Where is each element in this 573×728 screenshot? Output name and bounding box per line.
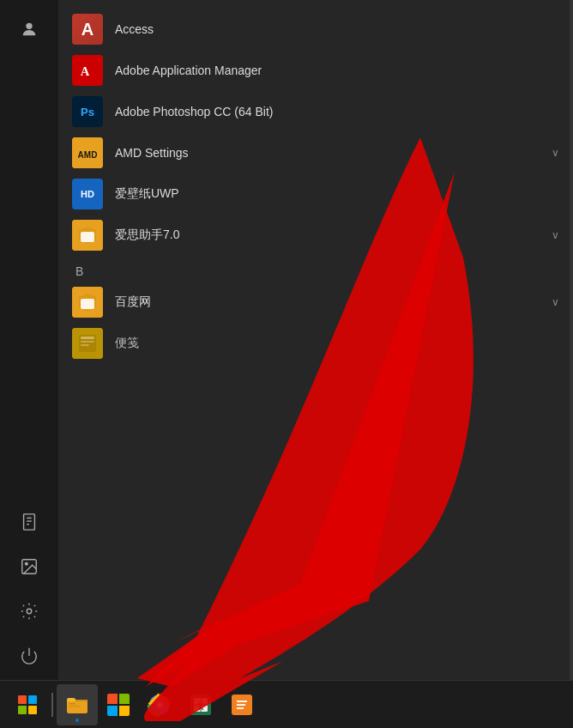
sidebar — [0, 0, 58, 728]
app-list-area: A Access A Adobe Application Manager Ps … — [58, 0, 573, 728]
taskbar-divider — [51, 693, 53, 717]
section-header-b: B — [58, 256, 573, 282]
svg-rect-1 — [24, 514, 35, 530]
app-item-aibizhi[interactable]: HD 爱壁纸UWP — [58, 173, 573, 215]
excel-icon: X — [189, 693, 213, 717]
app-name-amd-settings: AMD Settings — [115, 146, 545, 160]
app-icon-photoshop: Ps — [72, 96, 103, 127]
app-item-aisixiu[interactable]: 爱思助手7.0 ∨ — [58, 215, 573, 256]
sidebar-power-icon[interactable] — [9, 635, 50, 676]
store-icon — [107, 694, 130, 716]
amd-settings-chevron: ∨ — [552, 147, 559, 159]
store-button[interactable] — [98, 684, 139, 725]
app-name-access: Access — [115, 22, 559, 36]
app-icon-bianjian — [72, 328, 103, 359]
app-name-aibizhi: 爱壁纸UWP — [115, 186, 559, 202]
taskbar: X — [0, 680, 573, 728]
app-name-aisixiu: 爱思助手7.0 — [115, 228, 545, 243]
svg-point-0 — [26, 23, 32, 29]
app-item-access[interactable]: A Access — [58, 9, 573, 50]
app-item-photoshop[interactable]: Ps Adobe Photoshop CC (64 Bit) — [58, 91, 573, 132]
app-list: A Access A Adobe Application Manager Ps … — [58, 0, 573, 373]
windows-logo-icon — [18, 695, 37, 714]
sidebar-settings-icon[interactable] — [9, 591, 50, 632]
app-name-photoshop: Adobe Photoshop CC (64 Bit) — [115, 105, 559, 118]
file-explorer-active-indicator — [75, 719, 79, 722]
start-menu: A Access A Adobe Application Manager Ps … — [0, 0, 573, 728]
svg-rect-20 — [81, 344, 89, 346]
sidebar-user-icon[interactable] — [9, 9, 50, 50]
svg-rect-15 — [81, 299, 94, 309]
app-item-adobe-manager[interactable]: A Adobe Application Manager — [58, 50, 573, 91]
sublime-button[interactable] — [221, 684, 262, 725]
app-item-amd-settings[interactable]: AMD AMD Settings ∨ — [58, 132, 573, 173]
app-icon-access: A — [72, 14, 103, 45]
app-item-bianjian[interactable]: 便笺 — [58, 323, 573, 364]
app-icon-aisixiu — [72, 220, 103, 251]
app-item-baidu[interactable]: 百度网 ∨ — [58, 282, 573, 323]
app-name-bianjian: 便笺 — [115, 336, 559, 351]
svg-text:AMD: AMD — [78, 150, 98, 160]
chrome-icon — [148, 693, 172, 717]
windows-start-button[interactable] — [7, 684, 48, 725]
scroll-indicator[interactable] — [570, 0, 573, 680]
chrome-button[interactable] — [139, 684, 180, 725]
app-icon-amd: AMD — [72, 137, 103, 168]
app-icon-adobe-manager: A — [72, 55, 103, 86]
svg-point-7 — [27, 609, 32, 614]
app-icon-baidu — [72, 287, 103, 318]
svg-rect-24 — [69, 706, 81, 707]
aisixiu-chevron: ∨ — [552, 229, 559, 241]
svg-point-6 — [25, 562, 27, 565]
app-name-baidu: 百度网 — [115, 294, 545, 310]
sidebar-documents-icon[interactable] — [9, 501, 50, 543]
svg-rect-23 — [69, 703, 75, 705]
file-explorer-button[interactable] — [57, 684, 98, 725]
excel-button[interactable]: X — [180, 684, 221, 725]
file-explorer-icon — [65, 693, 89, 717]
app-name-adobe-manager: Adobe Application Manager — [115, 64, 559, 77]
sidebar-photos-icon[interactable] — [9, 546, 50, 587]
svg-rect-13 — [81, 232, 94, 242]
svg-rect-18 — [81, 337, 94, 339]
svg-point-28 — [157, 702, 162, 707]
svg-text:X: X — [198, 702, 204, 712]
svg-text:A: A — [81, 64, 90, 78]
sublime-icon — [230, 693, 254, 717]
svg-rect-19 — [81, 341, 94, 343]
baidu-chevron: ∨ — [552, 296, 559, 308]
app-icon-aibizhi: HD — [72, 179, 103, 209]
